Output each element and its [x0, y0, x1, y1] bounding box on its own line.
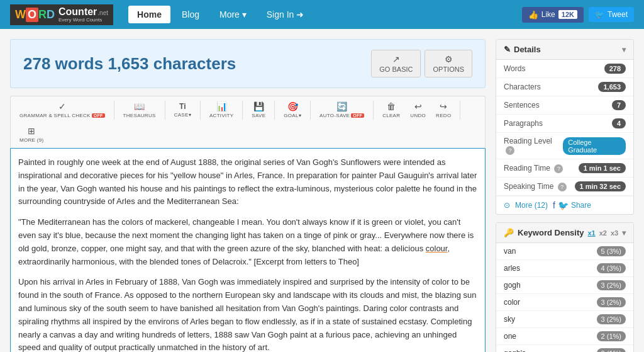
autosave-icon: 🔄 — [336, 101, 347, 111]
paragraphs-label: Paragraphs — [504, 119, 543, 128]
facebook-like-button[interactable]: 👍 Like 12K — [522, 7, 584, 23]
keyword-density-header-left: 🔑 Keyword Density x1 x2 x3 — [504, 228, 618, 237]
logo-w: W — [15, 8, 26, 21]
text-area[interactable]: Painted in roughly one week at the end o… — [10, 148, 486, 352]
stats-title: 278 words 1,653 characters — [23, 54, 236, 74]
clear-button[interactable]: 🗑 CLEAR — [380, 100, 402, 120]
twitter-tweet-button[interactable]: 🐦 Tweet — [589, 7, 634, 22]
book-icon: 📖 — [134, 101, 145, 111]
kd-word-goghs: gogh's — [504, 349, 526, 352]
options-label: OPTIONS — [433, 65, 464, 73]
toolbar-divider-6 — [310, 101, 311, 120]
paragraph-1: Painted in roughly one week at the end o… — [18, 156, 477, 208]
details-more-row: ⊙ More (12) f 🐦 Share — [496, 196, 633, 214]
kd-word-color: color — [504, 298, 520, 307]
toolbar-divider-4 — [242, 101, 243, 120]
kd-x1-button[interactable]: x1 — [587, 229, 595, 237]
kd-row-goghs: gogh's 2 (1%) — [496, 345, 633, 352]
details-facebook-icon[interactable]: f — [553, 200, 555, 210]
reading-level-row: Reading Level ? College Graduate — [496, 133, 633, 159]
toolbar: ✓ GRAMMAR & SPELL CHECK OFF 📖 THESAURUS … — [10, 96, 486, 148]
grammar-spell-check-button[interactable]: ✓ GRAMMAR & SPELL CHECK OFF — [17, 100, 108, 120]
share-link[interactable]: Share — [571, 201, 591, 210]
kd-word-one: one — [504, 332, 516, 341]
speaking-time-value: 1 min 32 sec — [575, 181, 626, 191]
tweet-label: Tweet — [608, 10, 628, 19]
autosave-button[interactable]: 🔄 AUTO-SAVE OFF — [317, 100, 367, 120]
speaking-time-label: Speaking Time ? — [504, 182, 567, 191]
redo-label: REDO — [436, 113, 451, 118]
redo-button[interactable]: ↪ REDO — [433, 100, 453, 120]
keyword-density-chevron-icon[interactable]: ▾ — [622, 229, 626, 237]
thesaurus-button[interactable]: 📖 THESAURUS — [121, 100, 158, 120]
nav-home[interactable]: Home — [128, 6, 170, 23]
details-title: Details — [514, 45, 541, 54]
goal-button[interactable]: 🎯 GOAL▾ — [281, 100, 304, 120]
kd-x3-button[interactable]: x3 — [611, 229, 618, 237]
nav: Home Blog More ▾ Sign In ➜ — [128, 6, 313, 23]
header: W O R D Counter .net Every Word Counts H… — [0, 0, 644, 29]
reading-level-info-icon[interactable]: ? — [506, 146, 514, 155]
grammar-badge: OFF — [92, 113, 105, 118]
case-icon: Ti — [179, 102, 186, 111]
kd-count-one: 2 (1%) — [597, 331, 626, 341]
sentences-value: 7 — [612, 100, 626, 110]
options-button[interactable]: ⚙ OPTIONS — [425, 50, 472, 77]
case-button[interactable]: Ti CASE▾ — [172, 101, 194, 119]
reading-time-info-icon[interactable]: ? — [554, 164, 563, 173]
go-basic-label: GO BASIC — [379, 65, 413, 73]
kd-count-van: 5 (3%) — [597, 246, 626, 256]
activity-icon: 📊 — [216, 101, 227, 111]
details-twitter-icon[interactable]: 🐦 — [558, 200, 569, 210]
kd-count-gogh: 3 (2%) — [597, 280, 626, 290]
keyword-density-header: 🔑 Keyword Density x1 x2 x3 ▾ — [496, 223, 633, 243]
kd-row-color: color 3 (2%) — [496, 294, 633, 311]
goal-icon: 🎯 — [287, 101, 298, 111]
goal-label: GOAL▾ — [284, 113, 301, 118]
share-icons: f 🐦 Share — [553, 200, 591, 210]
more-button[interactable]: ⊞ MORE (9) — [17, 125, 46, 144]
reading-level-value: College Graduate — [563, 137, 626, 155]
nav-blog[interactable]: Blog — [173, 6, 208, 23]
words-value: 278 — [604, 64, 626, 74]
toggle-icon: ⊙ — [504, 201, 510, 210]
characters-value: 1,653 — [598, 82, 626, 92]
kd-word-arles: arles — [504, 264, 520, 273]
save-label: SAVE — [252, 113, 265, 118]
undo-button[interactable]: ↩ UNDO — [408, 100, 428, 120]
kd-count-arles: 4 (3%) — [597, 263, 626, 273]
nav-signin[interactable]: Sign In ➜ — [258, 6, 313, 23]
fb-count: 12K — [558, 10, 577, 19]
go-basic-button[interactable]: ↗ GO BASIC — [371, 50, 421, 77]
details-chevron-icon[interactable]: ▾ — [622, 45, 626, 54]
redo-icon: ↪ — [440, 101, 447, 111]
save-button[interactable]: 💾 SAVE — [249, 100, 268, 120]
undo-icon: ↩ — [414, 101, 422, 111]
options-icon: ⚙ — [445, 54, 453, 64]
kd-row-sky: sky 3 (2%) — [496, 311, 633, 328]
speaking-time-info-icon[interactable]: ? — [558, 183, 567, 191]
header-right: 👍 Like 12K 🐦 Tweet — [522, 7, 634, 23]
stats-header: 278 words 1,653 characters ↗ GO BASIC ⚙ … — [10, 39, 486, 88]
kd-count-sky: 3 (2%) — [597, 314, 626, 324]
activity-label: ACTIVITY — [209, 113, 233, 118]
keyword-density-title: Keyword Density — [518, 228, 584, 237]
paragraph-2: "The Mediterranean has the colors of mac… — [18, 216, 477, 268]
toolbar-divider-2 — [165, 101, 165, 120]
kd-x2-button[interactable]: x2 — [599, 229, 607, 237]
twitter-icon: 🐦 — [595, 10, 604, 19]
reading-time-value: 1 min 1 sec — [579, 163, 626, 173]
details-header-left: ✎ Details — [504, 45, 541, 54]
activity-button[interactable]: 📊 ACTIVITY — [207, 100, 236, 120]
reading-level-label: Reading Level ? — [504, 137, 563, 155]
toolbar-divider-5 — [274, 101, 275, 120]
sentences-row: Sentences 7 — [496, 96, 633, 115]
details-header: ✎ Details ▾ — [496, 40, 633, 60]
clear-icon: 🗑 — [387, 101, 396, 111]
nav-more[interactable]: More ▾ — [211, 6, 255, 23]
checkmark-icon: ✓ — [58, 101, 66, 111]
undo-label: UNDO — [410, 113, 426, 118]
left-panel: 278 words 1,653 characters ↗ GO BASIC ⚙ … — [10, 39, 486, 352]
more-link[interactable]: More (12) — [515, 201, 548, 210]
logo-counter: Counter — [58, 7, 97, 17]
